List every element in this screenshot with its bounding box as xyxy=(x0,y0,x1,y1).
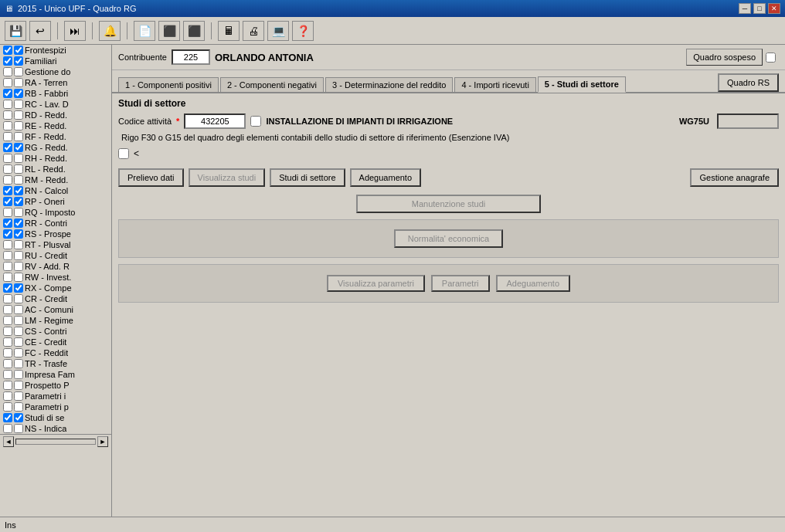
sidebar-cb2[interactable] xyxy=(14,132,23,141)
sidebar-item[interactable]: CR - Credit xyxy=(0,293,111,304)
sidebar-cb2[interactable] xyxy=(14,56,23,66)
sidebar-item[interactable]: Studi di se xyxy=(0,412,111,423)
sidebar-item[interactable]: RD - Redd. xyxy=(0,110,111,120)
sidebar-cb1[interactable] xyxy=(3,251,12,260)
sidebar-item[interactable]: RE - Redd. xyxy=(0,120,111,131)
quadro-sospeso-button[interactable]: Quadro sospeso xyxy=(686,49,763,66)
visualizza-parametri-button[interactable]: Visualizza parametri xyxy=(327,275,425,292)
sidebar-item[interactable]: CS - Contri xyxy=(0,326,111,337)
minimize-button[interactable]: ─ xyxy=(739,3,751,14)
sidebar-cb2[interactable] xyxy=(14,229,23,239)
code-box-input[interactable] xyxy=(717,114,779,129)
sidebar-item[interactable]: NS - Indica xyxy=(0,423,111,434)
sidebar-cb2[interactable] xyxy=(14,240,23,249)
sidebar-cb2[interactable] xyxy=(14,381,23,390)
sidebar-item[interactable]: Familiari xyxy=(0,56,111,66)
sidebar-cb1[interactable] xyxy=(3,370,12,379)
sidebar-cb2[interactable] xyxy=(14,208,23,217)
exempt-checkbox[interactable] xyxy=(118,148,129,159)
sidebar-cb1[interactable] xyxy=(3,424,12,433)
sidebar-cb2[interactable] xyxy=(14,327,23,336)
sidebar-item[interactable]: Parametri i xyxy=(0,391,111,402)
sidebar-cb2[interactable] xyxy=(14,89,23,98)
sidebar-cb2[interactable] xyxy=(14,294,23,303)
sidebar-cb1[interactable] xyxy=(3,89,12,98)
sidebar-item[interactable]: Frontespizi xyxy=(0,45,111,56)
sidebar-item[interactable]: RF - Redd. xyxy=(0,131,111,142)
sidebar-cb1[interactable] xyxy=(3,262,12,271)
sidebar-cb2[interactable] xyxy=(14,402,23,412)
sidebar-cb1[interactable] xyxy=(3,56,12,66)
sidebar-cb1[interactable] xyxy=(3,110,12,120)
sidebar-item[interactable]: RM - Redd. xyxy=(0,175,111,185)
doc-button[interactable]: 📄 xyxy=(134,21,155,41)
sidebar-cb2[interactable] xyxy=(14,143,23,152)
sidebar-cb2[interactable] xyxy=(14,370,23,379)
sidebar-cb2[interactable] xyxy=(14,175,23,185)
sidebar-item[interactable]: RT - Plusval xyxy=(0,239,111,250)
adeguamento-button[interactable]: Adeguamento xyxy=(350,168,422,187)
sidebar-item[interactable]: RV - Add. R xyxy=(0,261,111,272)
quadro-rs-button[interactable]: Quadro RS xyxy=(718,73,779,92)
calculator-button[interactable]: 🖩 xyxy=(218,21,240,41)
sidebar-cb2[interactable] xyxy=(14,186,23,195)
sidebar-cb2[interactable] xyxy=(14,424,23,433)
sidebar-item[interactable]: RR - Contri xyxy=(0,218,111,229)
sidebar-cb2[interactable] xyxy=(14,273,23,282)
sidebar-cb2[interactable] xyxy=(14,78,23,87)
sidebar-cb2[interactable] xyxy=(14,100,23,109)
close-button[interactable]: ✕ xyxy=(768,3,780,14)
sidebar-cb2[interactable] xyxy=(14,197,23,206)
codice-checkbox[interactable] xyxy=(250,116,261,127)
sidebar-cb2[interactable] xyxy=(14,391,23,401)
sidebar-cb1[interactable] xyxy=(3,219,12,228)
sidebar-item[interactable]: Gestione do xyxy=(0,66,111,77)
sidebar-cb2[interactable] xyxy=(14,262,23,271)
sidebar-cb2[interactable] xyxy=(14,359,23,368)
sidebar-item[interactable]: RL - Redd. xyxy=(0,164,111,175)
prelievo-dati-button[interactable]: Prelievo dati xyxy=(118,168,184,187)
sidebar-item[interactable]: Prospetto P xyxy=(0,380,111,391)
sidebar-item[interactable]: RB - Fabbri xyxy=(0,88,111,99)
sidebar-cb2[interactable] xyxy=(14,121,23,130)
sidebar-cb1[interactable] xyxy=(3,413,12,422)
sidebar-cb2[interactable] xyxy=(14,316,23,325)
skip-button[interactable]: ⏭ xyxy=(64,21,86,41)
sidebar-cb2[interactable] xyxy=(14,413,23,422)
back-button[interactable]: ↩ xyxy=(29,21,51,41)
sidebar-cb2[interactable] xyxy=(14,251,23,260)
sidebar-item[interactable]: Parametri p xyxy=(0,402,111,412)
sidebar-cb2[interactable] xyxy=(14,164,23,174)
sidebar-cb1[interactable] xyxy=(3,67,12,76)
save-button[interactable]: 💾 xyxy=(5,21,26,41)
sidebar-cb1[interactable] xyxy=(3,143,12,152)
sidebar-item[interactable]: Impresa Fam xyxy=(0,369,111,380)
contribuente-number-input[interactable] xyxy=(172,49,210,65)
sidebar-cb1[interactable] xyxy=(3,402,12,412)
sidebar-cb1[interactable] xyxy=(3,381,12,390)
sidebar-cb2[interactable] xyxy=(14,348,23,357)
visualizza-studi-button[interactable]: Visualizza studi xyxy=(189,168,266,187)
codice-input[interactable] xyxy=(184,114,246,129)
help-button[interactable]: ❓ xyxy=(292,21,314,41)
sidebar-item[interactable]: RU - Credit xyxy=(0,250,111,261)
quadro-sospeso-checkbox[interactable] xyxy=(766,53,776,63)
tab-4[interactable]: 4 - Importi ricevuti xyxy=(454,77,535,92)
monitor-button[interactable]: 💻 xyxy=(267,21,289,41)
sidebar-cb1[interactable] xyxy=(3,229,12,239)
sidebar-item[interactable]: RH - Redd. xyxy=(0,153,111,164)
sidebar-item[interactable]: CE - Credit xyxy=(0,337,111,347)
sidebar-cb2[interactable] xyxy=(14,67,23,76)
normalita-button[interactable]: Normalita' economica xyxy=(394,229,503,248)
manutenzione-button[interactable]: Manutenzione studi xyxy=(356,195,541,213)
sidebar-cb1[interactable] xyxy=(3,175,12,185)
gestione-anagrafe-button[interactable]: Gestione anagrafe xyxy=(690,168,779,187)
sidebar-item[interactable]: AC - Comuni xyxy=(0,304,111,315)
sidebar-cb1[interactable] xyxy=(3,78,12,87)
sidebar-cb1[interactable] xyxy=(3,164,12,174)
sidebar-cb2[interactable] xyxy=(14,46,23,55)
sidebar-cb1[interactable] xyxy=(3,327,12,336)
sidebar-cb1[interactable] xyxy=(3,132,12,141)
maximize-button[interactable]: □ xyxy=(753,3,766,14)
tab-5[interactable]: 5 - Studi di settore xyxy=(538,76,626,93)
